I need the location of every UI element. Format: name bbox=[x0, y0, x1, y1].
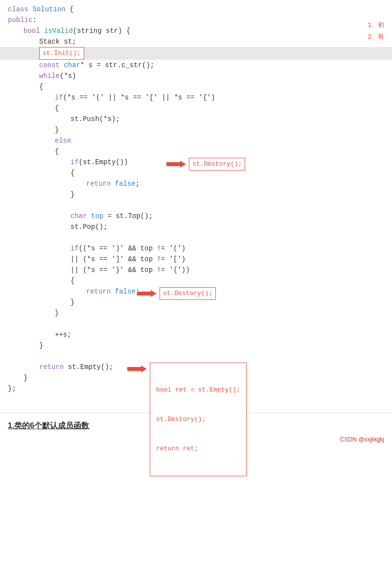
code-line-16: { bbox=[0, 168, 392, 178]
open-brace-1: { bbox=[39, 81, 43, 92]
code-line-5: st.Init(); bbox=[0, 47, 392, 60]
close-brace-2: } bbox=[70, 189, 74, 200]
code-line-7: while(*s) bbox=[0, 71, 392, 81]
while-cond: (*s) bbox=[60, 71, 76, 81]
code-line-19: char top = st.Top(); bbox=[0, 211, 392, 221]
st-pop: st.Pop(); bbox=[70, 221, 108, 232]
code-line-17: return false; bbox=[0, 178, 392, 189]
if-empty: (st.Empty()) bbox=[79, 157, 128, 168]
code-line-30: return st.Empty(); bool ret = st.Empty()… bbox=[0, 362, 392, 372]
code-line-32: }; bbox=[0, 383, 392, 394]
keyword-while: while bbox=[39, 71, 60, 81]
keyword-return-2: return bbox=[86, 286, 115, 297]
code-line-14: { bbox=[0, 146, 392, 157]
st-empty-return: st.Empty(); bbox=[68, 362, 113, 372]
svg-marker-0 bbox=[166, 161, 186, 168]
code-line-empty-3 bbox=[0, 318, 392, 329]
if-cond-1: (*s == '(' || *s == '[' || *s == '{') bbox=[63, 92, 215, 103]
colon: : bbox=[32, 15, 36, 25]
st-push: st.Push(*s); bbox=[70, 114, 120, 124]
code-line-24: { bbox=[0, 275, 392, 286]
code-line-11: st.Push(*s); bbox=[0, 114, 392, 124]
val-false-1: false bbox=[115, 178, 136, 189]
open-brace-4: { bbox=[70, 168, 74, 178]
code-line-18: } bbox=[0, 189, 392, 200]
csdn-footer: CSDN @xxjkkjjkj bbox=[340, 436, 384, 443]
code-line-15: if(st.Empty()) st.Destory(); bbox=[0, 157, 392, 168]
svg-marker-1 bbox=[137, 290, 157, 297]
keyword-if-3: if bbox=[70, 243, 79, 254]
keyword-bool: bool bbox=[23, 25, 44, 36]
code-line-empty-2 bbox=[0, 232, 392, 243]
brace: { bbox=[66, 4, 74, 15]
code-line-21: if((*s == ')' && top != '(') bbox=[0, 243, 392, 254]
close-brace-4: } bbox=[55, 308, 59, 318]
keyword-if-1: if bbox=[55, 92, 63, 103]
var-top: top bbox=[91, 211, 103, 221]
keyword-return-3: return bbox=[39, 362, 68, 372]
type-char: char bbox=[64, 60, 80, 71]
code-line-27: } bbox=[0, 308, 392, 318]
keyword-public: public bbox=[8, 15, 32, 25]
code-line-3: bool isValid(string str) { bbox=[0, 25, 392, 36]
open-brace-3: { bbox=[55, 146, 59, 157]
close-brace-while: } bbox=[39, 340, 43, 351]
code-line-25: return false; st.Destory(); bbox=[0, 286, 392, 297]
semi-1: ; bbox=[136, 178, 139, 189]
code-line-28: ++s; bbox=[0, 329, 392, 340]
open-brace-5: { bbox=[70, 275, 74, 286]
code-line-10: { bbox=[0, 103, 392, 114]
annotation-line-2: st.Destory(); bbox=[156, 415, 240, 424]
open-brace-2: { bbox=[55, 103, 59, 114]
if-cond-3: ((*s == ')' && top != '(') bbox=[79, 243, 185, 254]
keyword-if-2: if bbox=[70, 157, 79, 168]
keyword-const: const bbox=[39, 60, 64, 71]
keyword-char: char bbox=[70, 211, 91, 221]
keyword-else: else bbox=[55, 135, 71, 146]
code-line-23: || (*s == '}' && top != '{')) bbox=[0, 265, 392, 275]
code-line-empty-1 bbox=[0, 200, 392, 211]
code-line-6: const char* s = str.c_str(); bbox=[0, 60, 392, 71]
code-line-29: } bbox=[0, 340, 392, 351]
code-line-1: class Solution { bbox=[0, 4, 392, 15]
val-false-2: false bbox=[115, 286, 136, 297]
code-line-31: } bbox=[0, 372, 392, 383]
code-line-13: else bbox=[0, 135, 392, 146]
close-brace-1: } bbox=[55, 124, 59, 135]
func-params: (string str) { bbox=[73, 25, 131, 36]
keyword-return-1: return bbox=[86, 178, 115, 189]
top-assign: = st.Top(); bbox=[103, 211, 153, 221]
close-class: }; bbox=[8, 383, 16, 394]
class-name: Solution bbox=[32, 4, 65, 15]
code-block: class Solution { public: bool isValid(st… bbox=[0, 0, 392, 398]
inc-s: ++s; bbox=[55, 329, 71, 340]
keyword-class: class bbox=[8, 4, 32, 15]
func-isvalid: isValid bbox=[44, 25, 73, 36]
code-line-4: Stack st; bbox=[0, 36, 392, 47]
code-line-9: if(*s == '(' || *s == '[' || *s == '{') bbox=[0, 92, 392, 103]
ptr-s: * s = str.c_str(); bbox=[80, 60, 154, 71]
close-brace-3: } bbox=[70, 297, 74, 308]
annotation-line-3: return ret; bbox=[156, 444, 240, 454]
code-line-22: || (*s == ']' && top != '[') bbox=[0, 254, 392, 265]
code-line-8: { bbox=[0, 81, 392, 92]
stack-st: Stack st; bbox=[39, 36, 76, 47]
code-line-20: st.Pop(); bbox=[0, 221, 392, 232]
or-cond-2: || (*s == '}' && top != '{')) bbox=[70, 265, 190, 275]
code-line-12: } bbox=[0, 124, 392, 135]
svg-marker-2 bbox=[127, 366, 147, 372]
code-line-26: } bbox=[0, 297, 392, 308]
close-brace-func: } bbox=[23, 372, 27, 383]
code-line-empty-4 bbox=[0, 351, 392, 362]
st-init-boxed: st.Init(); bbox=[39, 47, 84, 60]
code-line-2: public: bbox=[0, 15, 392, 25]
or-cond-1: || (*s == ']' && top != '[') bbox=[70, 254, 185, 265]
